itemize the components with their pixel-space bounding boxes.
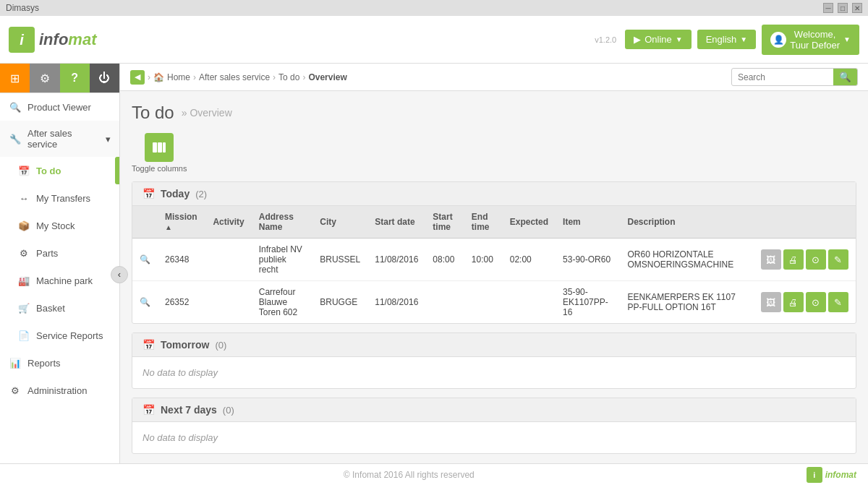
svg-rect-4 (163, 142, 166, 153)
minimize-button[interactable]: ─ (823, 3, 833, 13)
col-end-time[interactable]: End time (464, 206, 503, 239)
info-button-1[interactable]: ⊙ (806, 249, 826, 270)
next7days-title: Next 7 days (161, 404, 217, 416)
user-arrow-icon: ▼ (843, 35, 851, 43)
col-start-date[interactable]: Start date (367, 206, 425, 239)
row-search-1[interactable]: 🔍 (132, 239, 158, 281)
close-button[interactable]: ✕ (852, 3, 862, 13)
description-1: OR60 HORIZONTALE OMSNOERINGSMACHINE (620, 239, 753, 281)
search-button[interactable]: 🔍 (833, 69, 857, 85)
home-icon: 🏠 (153, 72, 164, 82)
sidebar-help-button[interactable]: ? (60, 64, 90, 93)
next7days-no-data: No data to display (132, 422, 856, 453)
sidebar-item-label: Administration (27, 385, 87, 396)
toggle-columns-button[interactable]: Toggle columns (132, 133, 187, 173)
edit-button-2[interactable]: ✎ (828, 292, 848, 312)
sidebar-item-reports[interactable]: 📊 Reports (0, 349, 119, 377)
sidebar-collapse-button[interactable]: ‹ (111, 266, 128, 283)
table-row: 🔍 26352 Carrefour Blauwe Toren 602 BRUGG… (132, 281, 856, 324)
home-icon: ⊞ (10, 72, 20, 85)
breadcrumb-home[interactable]: Home (167, 72, 190, 82)
col-city[interactable]: City (312, 206, 367, 239)
print-button-2[interactable]: 🖨 (783, 292, 804, 312)
sidebar-gear-button[interactable]: ⚙ (30, 64, 59, 93)
info-button-2[interactable]: ⊙ (806, 292, 826, 312)
window-controls[interactable]: ─ □ ✕ (823, 3, 862, 13)
breadcrumb-to-do[interactable]: To do (278, 72, 299, 82)
breadcrumb: ◀ › 🏠 Home › After sales service › To do… (120, 64, 868, 91)
help-icon: ? (71, 72, 78, 85)
next7days-count: (0) (223, 405, 234, 416)
calendar-next7-icon: 📅 (142, 404, 155, 416)
online-arrow-icon: ▼ (676, 35, 683, 43)
language-button[interactable]: English ▼ (697, 30, 757, 49)
expected-1: 02:00 (503, 239, 556, 281)
breadcrumb-sep1: › (193, 72, 196, 82)
col-mission[interactable]: Mission (158, 206, 205, 239)
item-1: 53-90-OR60 (556, 239, 620, 281)
sidebar-power-button[interactable]: ⏻ (90, 64, 119, 93)
sidebar-item-parts[interactable]: ⚙ Parts (0, 239, 119, 267)
col-start-time[interactable]: Start time (425, 206, 464, 239)
sidebar-item-administration[interactable]: ⚙ Administration (0, 377, 119, 404)
row-search-2[interactable]: 🔍 (132, 281, 158, 324)
wrench-icon: 🔧 (9, 132, 22, 145)
sidebar-item-after-sales-service[interactable]: 🔧 After sales service ▾ (0, 121, 119, 157)
toggle-columns-icon (145, 133, 174, 162)
page-title-section: To do » Overview (132, 103, 856, 123)
breadcrumb-search[interactable]: 🔍 (731, 68, 858, 86)
tomorrow-title: Tomorrow (161, 339, 209, 351)
expected-2 (503, 281, 556, 324)
today-title: Today (161, 188, 190, 199)
user-info: Welcome, Tuur Defoer (790, 29, 840, 51)
sidebar-item-product-viewer[interactable]: 🔍 Product Viewer (0, 93, 119, 121)
collapse-icon: ‹ (118, 269, 121, 280)
breadcrumb-sep: › (148, 72, 150, 82)
sidebar-item-label: After sales service (27, 128, 100, 150)
sidebar-item-service-reports[interactable]: 📄 Service Reports (0, 322, 119, 349)
transfer-icon: ↔ (17, 192, 30, 205)
col-activity[interactable]: Activity (205, 206, 251, 239)
columns-svg (150, 139, 168, 156)
image-button-1[interactable]: 🖼 (761, 249, 781, 270)
col-expected[interactable]: Expected (503, 206, 556, 239)
breadcrumb-after-sales[interactable]: After sales service (199, 72, 270, 82)
language-arrow-icon: ▼ (740, 35, 747, 43)
image-button-2[interactable]: 🖼 (761, 292, 781, 312)
print-button-1[interactable]: 🖨 (783, 249, 804, 270)
sidebar-item-my-stock[interactable]: 📦 My Stock (0, 212, 119, 239)
user-avatar-icon: 👤 (770, 32, 786, 48)
col-description[interactable]: Description (620, 206, 753, 239)
machine-icon: 🏭 (17, 274, 30, 287)
edit-button-1[interactable]: ✎ (828, 249, 848, 270)
sidebar-item-basket[interactable]: 🛒 Basket (0, 294, 119, 322)
stock-icon: 📦 (17, 219, 30, 232)
online-label: Online (644, 34, 672, 45)
gear-icon: ⚙ (40, 72, 50, 85)
logo: i infomat (9, 27, 96, 53)
maximize-button[interactable]: □ (838, 3, 848, 13)
col-address-name[interactable]: Address Name (252, 206, 312, 239)
item-2: 35-90-EK1107PP-16 (556, 281, 620, 324)
sidebar-item-to-do[interactable]: 📅 To do (0, 157, 119, 184)
sidebar-item-machine-park[interactable]: 🏭 Machine park (0, 267, 119, 294)
breadcrumb-back-button[interactable]: ◀ (130, 70, 145, 85)
sidebar-home-button[interactable]: ⊞ (0, 64, 30, 93)
user-button[interactable]: 👤 Welcome, Tuur Defoer ▼ (762, 25, 859, 55)
tomorrow-no-data: No data to display (132, 357, 856, 388)
start-date-1: 11/08/2016 (367, 239, 425, 281)
logo-svg: i (12, 30, 32, 50)
sidebar-item-my-transfers[interactable]: ↔ My Transfers (0, 184, 119, 212)
tomorrow-section: 📅 Tomorrow (0) No data to display (132, 332, 856, 389)
start-time-2 (425, 281, 464, 324)
reports-icon: 📄 (17, 329, 30, 342)
search-input[interactable] (732, 70, 833, 85)
footer-logo: i infomat (807, 467, 856, 483)
actions-2: 🖼 🖨 ⊙ ✎ (754, 281, 856, 324)
user-name: Tuur Defoer (790, 40, 840, 51)
user-welcome: Welcome, (790, 29, 840, 40)
titlebar: Dimasys ─ □ ✕ (0, 0, 868, 16)
action-buttons-1: 🖼 🖨 ⊙ ✎ (761, 249, 848, 270)
col-item[interactable]: Item (556, 206, 620, 239)
online-button[interactable]: ▶ Online ▼ (625, 30, 691, 49)
